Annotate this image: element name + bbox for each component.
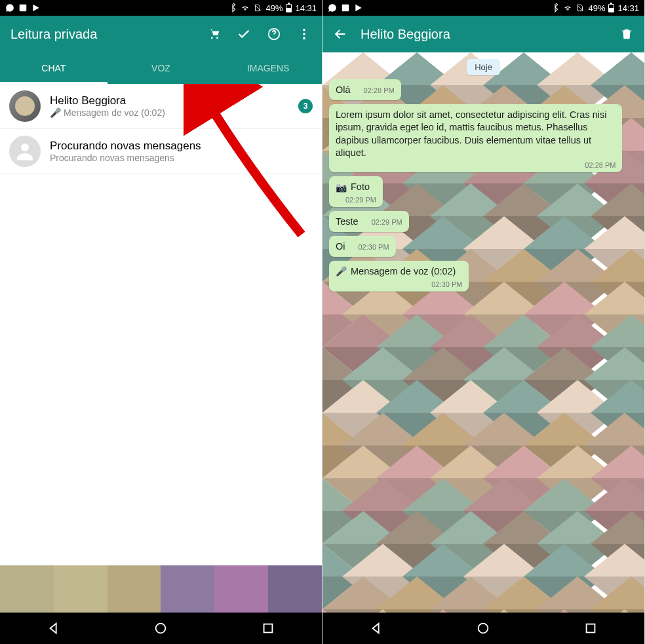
- message-text: Lorem ipsum dolor sit amet, consectetur …: [336, 109, 616, 160]
- chat-name: Helito Beggiora: [50, 94, 298, 107]
- clock: 14:31: [617, 3, 639, 13]
- tab-voz[interactable]: VOZ: [108, 52, 215, 84]
- chat-preview: 🎤 Mensagem de voz (0:02): [50, 107, 298, 118]
- message-text: Oi: [336, 241, 345, 252]
- camera-icon: 📷: [336, 182, 347, 193]
- message-text: Olá: [336, 85, 351, 95]
- message-text: Teste: [336, 216, 359, 227]
- chat-list: Helito Beggiora 🎤 Mensagem de voz (0:02)…: [0, 84, 322, 565]
- back-icon[interactable]: [333, 27, 347, 41]
- nav-back-icon[interactable]: [47, 621, 61, 635]
- battery-percent: 49%: [265, 3, 283, 13]
- more-icon[interactable]: [297, 27, 311, 41]
- date-header: Hoje: [467, 59, 500, 75]
- whatsapp-status-icon: [5, 3, 14, 12]
- nav-back-icon[interactable]: [369, 621, 383, 635]
- chat-name: Procurando novas mensagens: [50, 140, 313, 153]
- no-sim-icon: [576, 3, 585, 12]
- cart-icon[interactable]: [206, 27, 221, 41]
- message-time: 02:29 PM: [345, 196, 376, 204]
- chat-preview: Procurando novas mensagens: [50, 153, 313, 163]
- status-bar: 49% 14:31: [322, 0, 644, 16]
- svg-point-4: [303, 37, 305, 40]
- nav-recent-icon[interactable]: [261, 621, 275, 635]
- battery-icon: [286, 4, 292, 12]
- message-bubble[interactable]: 📷 Foto 02:29 PM: [329, 176, 383, 208]
- ad-banner[interactable]: [0, 565, 322, 613]
- tabs: CHAT VOZ IMAGENS: [0, 52, 322, 84]
- svg-rect-0: [20, 5, 27, 12]
- battery-icon: [608, 4, 614, 12]
- avatar-placeholder[interactable]: [9, 136, 41, 167]
- app-title: Leitura privada: [10, 27, 97, 42]
- message-bubble[interactable]: Oi 02:30 PM: [329, 236, 396, 257]
- whatsapp-status-icon: [328, 3, 337, 12]
- svg-point-2: [303, 29, 305, 31]
- play-status-icon: [354, 3, 363, 12]
- svg-rect-10: [587, 624, 595, 633]
- message-bubble[interactable]: Teste 02:29 PM: [329, 211, 409, 232]
- message-text: Foto: [351, 181, 370, 194]
- help-icon[interactable]: [267, 27, 281, 41]
- navigation-bar: [322, 613, 644, 644]
- svg-point-3: [303, 33, 305, 35]
- no-sim-icon: [253, 3, 262, 12]
- image-status-icon: [18, 3, 28, 12]
- app-bar: Helito Beggiora: [322, 16, 644, 52]
- chat-list-screen: 49% 14:31 Leitura privada CHAT VOZ IMAGE…: [0, 0, 322, 644]
- delete-icon[interactable]: [619, 27, 634, 41]
- wifi-icon: [241, 3, 250, 12]
- message-time: 02:28 PM: [364, 86, 395, 94]
- svg-rect-8: [342, 5, 349, 12]
- wifi-icon: [563, 3, 572, 12]
- play-status-icon: [31, 3, 41, 12]
- chat-title[interactable]: Helito Beggiora: [361, 27, 450, 42]
- battery-percent: 49%: [588, 3, 605, 13]
- bluetooth-icon: [228, 3, 237, 12]
- svg-point-5: [21, 143, 29, 151]
- messages: Hoje Olá 02:28 PM Lorem ipsum dolor sit …: [322, 52, 644, 298]
- message-time: 02:29 PM: [372, 218, 402, 226]
- svg-point-6: [156, 624, 166, 634]
- tab-chat[interactable]: CHAT: [0, 52, 108, 84]
- mic-icon: 🎤: [336, 266, 347, 276]
- image-status-icon: [341, 3, 350, 12]
- navigation-bar: [0, 613, 322, 644]
- chat-body[interactable]: Hoje Olá 02:28 PM Lorem ipsum dolor sit …: [322, 52, 644, 613]
- message-time: 02:28 PM: [336, 161, 616, 169]
- clock: 14:31: [295, 3, 317, 13]
- message-bubble[interactable]: Olá 02:28 PM: [329, 79, 401, 100]
- mic-icon: 🎤: [50, 107, 61, 118]
- app-bar: Leitura privada: [0, 16, 322, 52]
- svg-point-9: [479, 624, 488, 634]
- nav-recent-icon[interactable]: [583, 621, 598, 635]
- check-icon[interactable]: [237, 27, 251, 41]
- tab-imagens[interactable]: IMAGENS: [214, 52, 322, 84]
- nav-home-icon[interactable]: [153, 621, 168, 635]
- message-bubble[interactable]: 🎤 Mensagem de voz (0:02) 02:30 PM: [329, 261, 469, 292]
- bluetooth-icon: [551, 3, 560, 12]
- chat-detail-screen: 49% 14:31 Helito Beggiora Hoje Olá 02:28…: [322, 0, 645, 644]
- message-text: Mensagem de voz (0:02): [351, 265, 456, 278]
- message-time: 02:30 PM: [431, 280, 462, 288]
- message-time: 02:30 PM: [359, 243, 389, 251]
- svg-rect-7: [264, 624, 273, 633]
- chat-item[interactable]: Procurando novas mensagens Procurando no…: [0, 129, 322, 174]
- nav-home-icon[interactable]: [476, 621, 490, 635]
- message-bubble[interactable]: Lorem ipsum dolor sit amet, consectetur …: [329, 104, 622, 172]
- chat-item[interactable]: Helito Beggiora 🎤 Mensagem de voz (0:02)…: [0, 84, 322, 129]
- avatar[interactable]: [9, 90, 41, 122]
- unread-badge: 3: [298, 99, 313, 113]
- status-bar: 49% 14:31: [0, 0, 322, 16]
